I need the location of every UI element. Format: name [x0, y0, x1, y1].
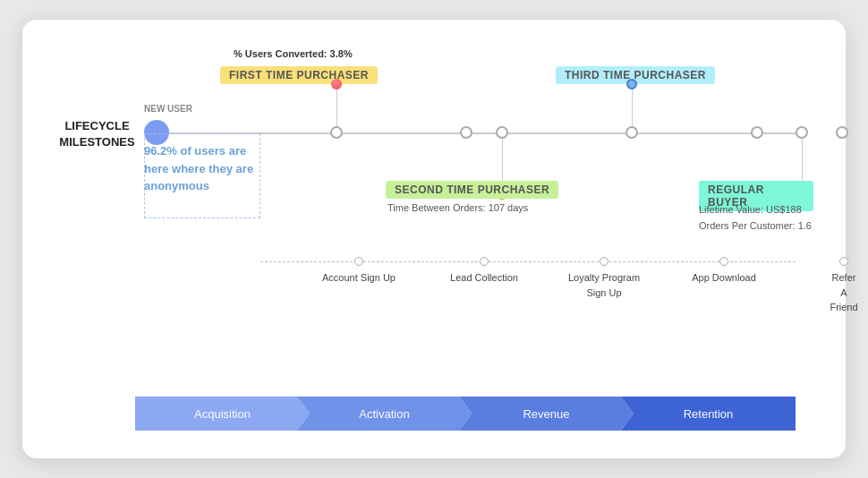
node-785	[751, 126, 763, 139]
new-user-label: NEW USER	[144, 104, 192, 114]
main-card: % Users Converted: 3.8% FIRST TIME PURCH…	[22, 20, 846, 458]
regular-buyer-main-node	[796, 126, 808, 139]
funnel-activation: Activation	[297, 397, 472, 431]
funnel-acquisition: Acquisition	[135, 397, 310, 431]
bottom-label-3: Loyalty ProgramSign Up	[568, 270, 640, 300]
lifecycle-milestones-label: LIFECYCLEMILESTONES	[55, 118, 140, 150]
bottom-node-1	[354, 257, 363, 266]
bottom-label-1: Account Sign Up	[322, 270, 396, 286]
pct-label: % Users Converted: 3.8%	[234, 48, 353, 59]
bottom-node-3	[600, 257, 608, 266]
third-purchaser-main-node	[625, 126, 638, 139]
second-purchaser-main-node	[496, 126, 508, 139]
first-purchaser-top-node	[331, 79, 342, 90]
bottom-node-4	[719, 257, 728, 266]
dashed-bottom-line	[260, 261, 796, 262]
funnel-retention: Retention	[621, 397, 796, 431]
funnel-row: Acquisition Activation Revenue Retention	[135, 394, 796, 433]
node-460	[460, 126, 472, 139]
anon-text: 96.2% of users are here where they are a…	[144, 142, 269, 195]
bottom-label-4: App Download	[692, 270, 756, 286]
bottom-label-5: Refer A Friend	[830, 270, 857, 315]
funnel-revenue: Revenue	[459, 397, 634, 431]
first-time-purchaser-label: FIRST TIME PURCHASER	[220, 66, 378, 84]
second-time-purchaser-label: SECOND TIME PURCHASER	[386, 181, 558, 199]
time-between-label: Time Between Orders: 107 days	[387, 202, 528, 213]
chart-area: % Users Converted: 3.8% FIRST TIME PURCH…	[55, 48, 813, 433]
lifetime-value-label: Lifetime Value: US$188 Orders Per Custom…	[699, 202, 812, 234]
third-purchaser-top-node	[626, 79, 637, 90]
bottom-node-5	[839, 257, 848, 266]
bottom-label-2: Lead Collection	[450, 270, 518, 286]
first-purchaser-main-node	[330, 126, 343, 139]
bottom-node-2	[480, 257, 489, 266]
node-far-right	[836, 126, 848, 139]
